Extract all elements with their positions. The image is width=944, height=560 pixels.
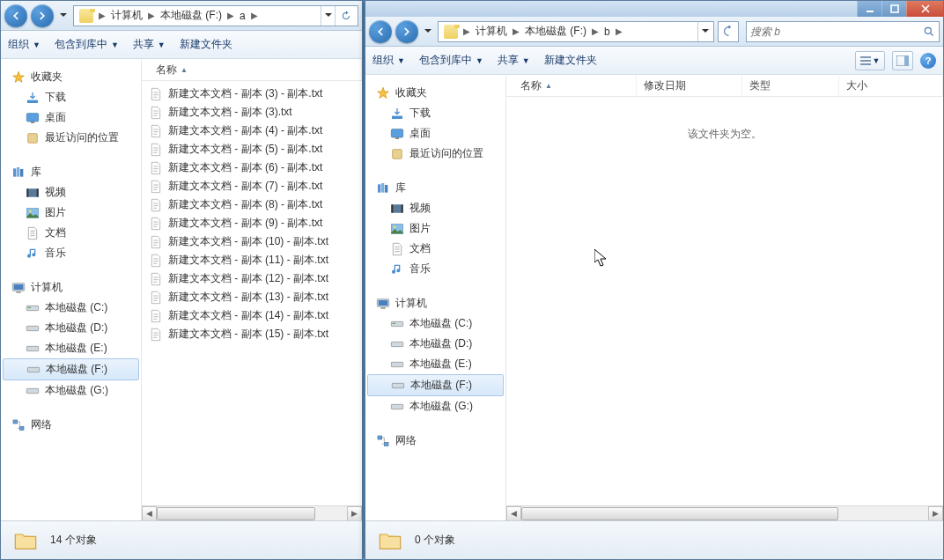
nav-videos[interactable]: 视频 xyxy=(365,198,505,218)
nav-disk-e[interactable]: 本地磁盘 (E:) xyxy=(1,338,141,358)
scroll-left-button[interactable]: ◀ xyxy=(142,506,157,521)
new-folder-button[interactable]: 新建文件夹 xyxy=(544,53,597,68)
horizontal-scrollbar[interactable]: ◀ ▶ xyxy=(506,505,943,520)
nav-disk-g[interactable]: 本地磁盘 (G:) xyxy=(365,396,505,416)
chevron-right-icon[interactable]: ▶ xyxy=(225,11,236,20)
nav-favorites[interactable]: 收藏夹 xyxy=(365,83,505,103)
address-bar[interactable]: ▶ 计算机 ▶ 本地磁盘 (F:) ▶ a ▶ xyxy=(73,5,358,26)
nav-libraries[interactable]: 库 xyxy=(1,162,141,182)
chevron-right-icon[interactable]: ▶ xyxy=(511,26,521,36)
share-menu[interactable]: 共享▼ xyxy=(498,53,530,68)
new-folder-button[interactable]: 新建文件夹 xyxy=(180,37,232,52)
nav-disk-c[interactable]: 本地磁盘 (C:) xyxy=(365,313,505,334)
crumb-folder[interactable]: a xyxy=(236,10,249,22)
nav-documents[interactable]: 文档 xyxy=(1,223,141,243)
nav-history-dropdown[interactable] xyxy=(57,7,70,25)
share-menu[interactable]: 共享▼ xyxy=(133,37,166,52)
column-name[interactable]: 名称▲ xyxy=(513,76,637,96)
scroll-track[interactable] xyxy=(521,506,928,521)
nav-computer[interactable]: 计算机 xyxy=(365,293,505,313)
nav-music[interactable]: 音乐 xyxy=(365,259,505,279)
file-row[interactable]: 新建文本文档 - 副本 (12) - 副本.txt xyxy=(142,269,362,288)
nav-history-dropdown[interactable] xyxy=(422,23,434,41)
help-button[interactable]: ? xyxy=(920,53,936,69)
nav-disk-e[interactable]: 本地磁盘 (E:) xyxy=(365,354,505,374)
file-row[interactable]: 新建文本文档 - 副本 (7) - 副本.txt xyxy=(142,177,362,195)
horizontal-scrollbar[interactable]: ◀ ▶ xyxy=(142,505,362,520)
chevron-right-icon[interactable]: ▶ xyxy=(461,26,472,36)
column-type[interactable]: 类型 xyxy=(742,76,839,96)
file-row[interactable]: 新建文本文档 - 副本 (13) - 副本.txt xyxy=(142,288,362,306)
crumb-disk[interactable]: 本地磁盘 (F:) xyxy=(521,24,590,39)
nav-documents[interactable]: 文档 xyxy=(365,239,505,259)
column-name[interactable]: 名称▲ xyxy=(149,60,362,80)
file-row[interactable]: 新建文本文档 - 副本 (4) - 副本.txt xyxy=(142,122,362,140)
forward-button[interactable] xyxy=(31,4,54,27)
include-menu[interactable]: 包含到库中▼ xyxy=(55,37,119,52)
nav-disk-f[interactable]: 本地磁盘 (F:) xyxy=(367,374,504,396)
forward-button[interactable] xyxy=(395,20,418,43)
crumb-computer[interactable]: 计算机 xyxy=(472,24,511,39)
maximize-button[interactable] xyxy=(881,1,906,17)
file-row[interactable]: 新建文本文档 - 副本 (3).txt xyxy=(142,103,362,122)
refresh-button[interactable] xyxy=(718,21,739,42)
chevron-right-icon[interactable]: ▶ xyxy=(249,11,260,20)
nav-network[interactable]: 网络 xyxy=(365,431,505,451)
file-row[interactable]: 新建文本文档 - 副本 (9) - 副本.txt xyxy=(142,214,362,232)
nav-disk-c[interactable]: 本地磁盘 (C:) xyxy=(1,298,141,318)
crumb-folder[interactable]: b xyxy=(601,26,614,38)
nav-libraries[interactable]: 库 xyxy=(365,178,505,198)
scroll-right-button[interactable]: ▶ xyxy=(928,506,943,521)
nav-favorites[interactable]: 收藏夹 xyxy=(1,67,141,87)
column-size[interactable]: 大小 xyxy=(839,76,943,96)
file-row[interactable]: 新建文本文档 - 副本 (14) - 副本.txt xyxy=(142,306,362,325)
nav-downloads[interactable]: 下载 xyxy=(1,87,141,107)
search-input[interactable] xyxy=(750,26,923,38)
include-menu[interactable]: 包含到库中▼ xyxy=(419,53,483,68)
back-button[interactable] xyxy=(369,20,392,43)
chevron-right-icon[interactable]: ▶ xyxy=(97,11,107,20)
file-row[interactable]: 新建文本文档 - 副本 (5) - 副本.txt xyxy=(142,140,362,158)
view-options-button[interactable]: ▼ xyxy=(855,51,885,70)
nav-disk-g[interactable]: 本地磁盘 (G:) xyxy=(1,380,141,401)
back-button[interactable] xyxy=(4,4,27,27)
chevron-right-icon[interactable]: ▶ xyxy=(146,11,157,20)
close-button[interactable] xyxy=(906,1,943,17)
file-list[interactable]: 新建文本文档 - 副本 (3) - 副本.txt新建文本文档 - 副本 (3).… xyxy=(142,81,362,505)
preview-pane-button[interactable] xyxy=(892,51,913,70)
file-list[interactable]: 该文件夹为空。 xyxy=(506,97,943,505)
nav-videos[interactable]: 视频 xyxy=(1,182,141,203)
nav-pictures[interactable]: 图片 xyxy=(1,203,141,223)
nav-computer[interactable]: 计算机 xyxy=(1,277,141,298)
crumb-computer[interactable]: 计算机 xyxy=(107,8,146,23)
nav-disk-f[interactable]: 本地磁盘 (F:) xyxy=(3,358,139,380)
nav-recent[interactable]: 最近访问的位置 xyxy=(365,144,505,164)
file-row[interactable]: 新建文本文档 - 副本 (15) - 副本.txt xyxy=(142,325,362,343)
refresh-button[interactable] xyxy=(335,6,356,26)
minimize-button[interactable] xyxy=(857,1,881,17)
crumb-disk[interactable]: 本地磁盘 (F:) xyxy=(157,8,225,23)
organize-menu[interactable]: 组织▼ xyxy=(8,37,41,52)
address-bar[interactable]: ▶ 计算机 ▶ 本地磁盘 (F:) ▶ b ▶ xyxy=(438,21,714,42)
file-row[interactable]: 新建文本文档 - 副本 (3) - 副本.txt xyxy=(142,85,362,103)
address-dropdown[interactable] xyxy=(697,22,712,41)
chevron-right-icon[interactable]: ▶ xyxy=(614,26,624,36)
search-box[interactable] xyxy=(746,21,940,42)
file-row[interactable]: 新建文本文档 - 副本 (6) - 副本.txt xyxy=(142,158,362,177)
nav-desktop[interactable]: 桌面 xyxy=(1,107,141,128)
scroll-right-button[interactable]: ▶ xyxy=(347,506,362,521)
nav-music[interactable]: 音乐 xyxy=(1,243,141,263)
column-date[interactable]: 修改日期 xyxy=(637,76,742,96)
scroll-left-button[interactable]: ◀ xyxy=(506,506,521,521)
address-dropdown[interactable] xyxy=(321,6,335,26)
organize-menu[interactable]: 组织▼ xyxy=(372,53,405,68)
nav-disk-d[interactable]: 本地磁盘 (D:) xyxy=(365,334,505,354)
file-row[interactable]: 新建文本文档 - 副本 (10) - 副本.txt xyxy=(142,232,362,251)
nav-pictures[interactable]: 图片 xyxy=(365,218,505,239)
nav-recent[interactable]: 最近访问的位置 xyxy=(1,128,141,148)
nav-network[interactable]: 网络 xyxy=(1,415,141,435)
file-row[interactable]: 新建文本文档 - 副本 (8) - 副本.txt xyxy=(142,195,362,214)
scroll-track[interactable] xyxy=(157,506,347,521)
file-row[interactable]: 新建文本文档 - 副本 (11) - 副本.txt xyxy=(142,251,362,269)
nav-desktop[interactable]: 桌面 xyxy=(365,123,505,144)
